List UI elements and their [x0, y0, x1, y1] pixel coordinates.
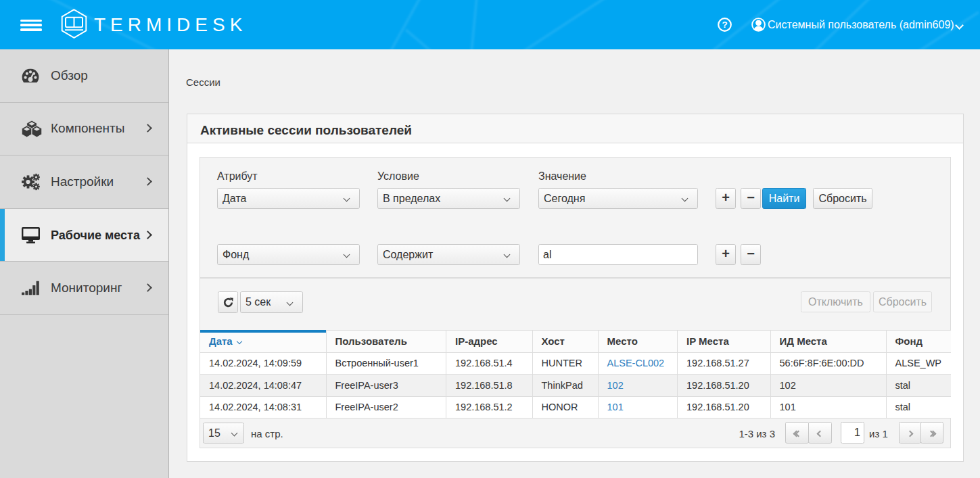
svg-text:?: ?: [722, 20, 727, 30]
